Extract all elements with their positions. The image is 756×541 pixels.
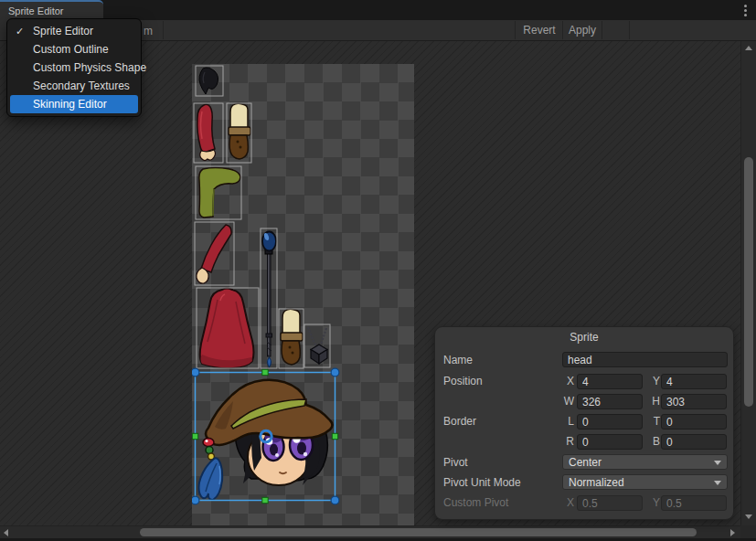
sprite-name-field[interactable] — [562, 352, 728, 367]
scroll-down-icon[interactable] — [745, 514, 752, 519]
scrollbar-corner — [740, 525, 756, 538]
width-field[interactable] — [577, 394, 643, 409]
toolbar-divider — [562, 21, 563, 39]
pivot-unit-mode-value: Normalized — [569, 476, 624, 489]
sprite-rect-sleeve[interactable] — [194, 103, 223, 163]
sprite-rect-pendant[interactable] — [304, 324, 330, 367]
pivot-dropdown[interactable]: Center — [562, 454, 728, 470]
pivot-unit-mode-label: Pivot Unit Mode — [443, 476, 521, 489]
toolbar-divider — [163, 21, 164, 39]
custom-pivot-y-field — [661, 495, 727, 511]
pivot-unit-mode-dropdown[interactable]: Normalized — [562, 474, 728, 490]
horizontal-scrollbar-thumb[interactable] — [140, 528, 697, 536]
chevron-down-icon — [714, 481, 721, 485]
menu-item-secondary-textures[interactable]: Secondary Textures — [7, 77, 141, 95]
scroll-left-icon[interactable] — [4, 529, 8, 536]
toolbar-divider — [515, 21, 516, 39]
trim-button-partial[interactable]: m — [144, 25, 153, 37]
toolbar-divider — [629, 21, 630, 39]
b-label: B — [648, 435, 660, 448]
position-label: Position — [443, 375, 483, 387]
sprite-rect-boot[interactable] — [227, 103, 251, 163]
title-bar: Sprite Editor — [0, 0, 756, 20]
height-field[interactable] — [661, 394, 727, 409]
pivot-value: Center — [569, 456, 602, 469]
apply-button[interactable]: Apply — [564, 20, 601, 40]
position-x-field[interactable] — [577, 374, 643, 389]
custom-pivot-y-label: Y — [648, 496, 660, 509]
t-label: T — [648, 415, 660, 428]
sprite-editor-window: Sprite Editor m Revert Apply — [0, 0, 756, 541]
sprite-rect-cape[interactable] — [197, 288, 259, 368]
border-l-field[interactable] — [577, 414, 643, 430]
scroll-right-icon[interactable] — [730, 529, 735, 536]
sprite-rect-hair-tuft[interactable] — [196, 66, 223, 96]
chevron-down-icon — [714, 461, 721, 465]
menu-item-custom-physics-shape[interactable]: Custom Physics Shape — [7, 58, 141, 77]
border-t-field[interactable] — [661, 414, 727, 430]
border-label: Border — [443, 415, 476, 428]
scroll-up-icon[interactable] — [745, 46, 752, 50]
l-label: L — [562, 415, 574, 428]
w-label: W — [562, 395, 574, 408]
custom-pivot-x-field — [577, 495, 643, 511]
r-label: R — [562, 435, 574, 448]
toolbar-divider — [602, 21, 602, 39]
revert-button[interactable]: Revert — [517, 20, 561, 40]
sprite-rect-scarf[interactable] — [196, 166, 241, 219]
kebab-menu-icon[interactable] — [739, 4, 751, 16]
sprite-editor-mode-menu: ✓ Sprite Editor Custom Outline Custom Ph… — [6, 18, 142, 117]
custom-pivot-label: Custom Pivot — [443, 496, 508, 509]
menu-item-skinning-editor[interactable]: Skinning Editor — [10, 95, 138, 113]
pivot-label: Pivot — [443, 456, 468, 469]
name-label: Name — [443, 354, 473, 366]
y-label: Y — [648, 375, 660, 387]
border-r-field[interactable] — [577, 434, 643, 450]
tab-title: Sprite Editor — [8, 5, 64, 16]
sprite-rect-staff[interactable] — [261, 228, 277, 368]
texture-view[interactable] — [192, 64, 414, 525]
sprite-rect-head-selected[interactable] — [192, 368, 339, 504]
x-label: X — [562, 375, 574, 387]
vertical-scrollbar[interactable] — [740, 41, 756, 525]
border-b-field[interactable] — [661, 434, 727, 450]
menu-item-sprite-editor[interactable]: ✓ Sprite Editor — [7, 22, 141, 40]
sprite-inspector-panel: Sprite Name Position X Y W H Border L T … — [434, 326, 734, 520]
custom-pivot-x-label: X — [562, 496, 574, 509]
vertical-scrollbar-thumb[interactable] — [744, 157, 753, 407]
checkmark-icon: ✓ — [16, 26, 24, 37]
horizontal-scrollbar[interactable] — [0, 525, 740, 538]
panel-title: Sprite — [435, 331, 733, 344]
sprite-rect-bent-arm[interactable] — [195, 222, 234, 285]
tab-sprite-editor[interactable]: Sprite Editor — [0, 0, 103, 20]
h-label: H — [648, 395, 660, 408]
position-y-field[interactable] — [661, 374, 727, 389]
menu-item-custom-outline[interactable]: Custom Outline — [7, 40, 141, 58]
